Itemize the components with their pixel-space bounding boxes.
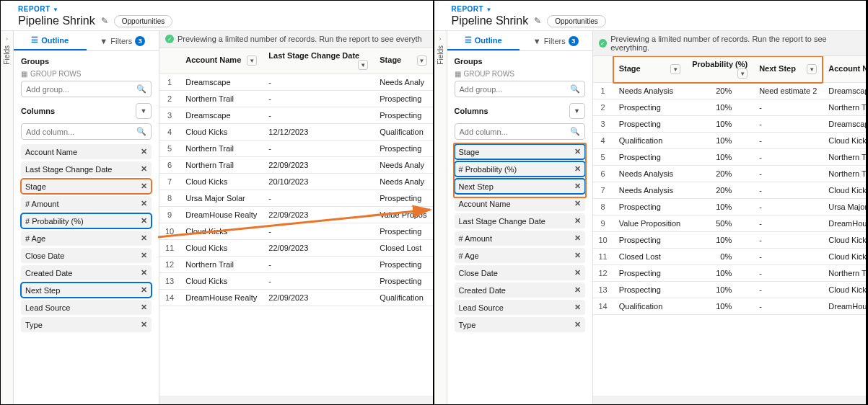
table-row[interactable]: 13Prospecting10%-Cloud Kicks (593, 282, 867, 298)
table-row[interactable]: 3Prospecting10%-Dreamscape (593, 116, 867, 133)
table-row[interactable]: 1Needs Analysis20%Need estimate 2Dreamsc… (593, 83, 867, 99)
remove-column-icon[interactable]: ✕ (574, 268, 581, 277)
column-header[interactable] (593, 56, 613, 83)
object-pill[interactable]: Opportunities (114, 15, 172, 27)
table-row[interactable]: 7Cloud Kicks20/10/2023Needs Analy (159, 174, 433, 190)
fields-vertical-tab[interactable]: › Fields (1, 31, 14, 404)
table-row[interactable]: 11Closed Lost0%-Cloud Kicks (593, 249, 867, 265)
column-item[interactable]: # Amount✕ (455, 231, 585, 246)
remove-column-icon[interactable]: ✕ (141, 182, 147, 191)
table-row[interactable]: 5Prospecting10%-Northern Trail (593, 149, 867, 166)
column-item[interactable]: Last Stage Change Date✕ (21, 161, 152, 177)
column-menu-icon[interactable]: ▼ (417, 55, 427, 66)
add-column-input[interactable]: 🔍 (455, 123, 585, 140)
column-menu-icon[interactable]: ▼ (247, 55, 257, 66)
column-item[interactable]: Close Date✕ (455, 265, 585, 280)
remove-column-icon[interactable]: ✕ (141, 320, 147, 329)
column-menu-icon[interactable]: ▼ (358, 60, 368, 70)
remove-column-icon[interactable]: ✕ (574, 164, 581, 174)
remove-column-icon[interactable]: ✕ (141, 147, 147, 156)
column-item[interactable]: Account Name✕ (21, 144, 152, 159)
remove-column-icon[interactable]: ✕ (141, 268, 147, 277)
column-menu-icon[interactable]: ▼ (807, 64, 817, 74)
column-item[interactable]: # Probability (%)✕ (455, 161, 585, 177)
table-row[interactable]: 10Cloud Kicks-Prospecting (159, 223, 433, 240)
column-item[interactable]: Next Step✕ (455, 179, 585, 194)
column-item[interactable]: Created Date✕ (455, 282, 585, 298)
column-menu-icon[interactable]: ▼ (670, 64, 680, 74)
column-item[interactable]: # Age✕ (455, 248, 585, 263)
table-row[interactable]: 11Cloud Kicks22/09/2023Closed Lost (159, 240, 433, 257)
table-row[interactable]: 6Needs Analysis20%-Northern Trail (593, 166, 867, 182)
table-row[interactable]: 12Prospecting10%-Northern Trail (593, 265, 867, 282)
column-item[interactable]: Last Stage Change Date✕ (455, 213, 585, 228)
remove-column-icon[interactable]: ✕ (141, 251, 147, 260)
remove-column-icon[interactable]: ✕ (574, 182, 581, 191)
remove-column-icon[interactable]: ✕ (141, 199, 147, 208)
remove-column-icon[interactable]: ✕ (141, 233, 147, 243)
columns-menu-button[interactable]: ▼ (136, 103, 152, 119)
table-row[interactable]: 9Value Proposition50%-DreamHouse Realty (593, 215, 867, 232)
add-group-input[interactable]: 🔍 (455, 81, 585, 97)
column-header[interactable]: Account Name▼ (180, 48, 263, 74)
column-item[interactable]: Account Name✕ (455, 196, 585, 211)
remove-column-icon[interactable]: ✕ (574, 147, 581, 156)
column-item[interactable]: Next Step✕ (21, 282, 152, 298)
report-breadcrumb[interactable]: REPORT ▼ (18, 5, 426, 13)
remove-column-icon[interactable]: ✕ (141, 164, 147, 174)
tab-outline[interactable]: ☰ Outline (14, 31, 87, 50)
tab-filters[interactable]: ▼ Filters 3 (520, 31, 592, 50)
remove-column-icon[interactable]: ✕ (574, 285, 581, 295)
fields-vertical-tab[interactable]: › Fields (434, 31, 447, 404)
column-header[interactable]: Last Stage Change Date▼ (263, 48, 374, 74)
horizontal-scrollbar[interactable] (159, 396, 433, 404)
add-group-input[interactable]: 🔍 (21, 81, 152, 97)
remove-column-icon[interactable]: ✕ (574, 233, 581, 243)
column-item[interactable]: Stage✕ (21, 179, 152, 194)
remove-column-icon[interactable]: ✕ (574, 199, 581, 208)
column-header[interactable] (159, 48, 180, 74)
edit-title-icon[interactable]: ✎ (534, 16, 541, 26)
table-row[interactable]: 14DreamHouse Realty22/09/2023Qualificati… (159, 290, 433, 306)
table-row[interactable]: 14Qualification10%-DreamHouse Realty (593, 298, 867, 315)
table-row[interactable]: 12Northern Trail-Prospecting (159, 257, 433, 273)
column-item[interactable]: Type✕ (455, 317, 585, 332)
table-row[interactable]: 7Needs Analysis20%-Cloud Kicks (593, 182, 867, 199)
column-header[interactable]: Probability (%)▼ (686, 56, 753, 83)
remove-column-icon[interactable]: ✕ (141, 216, 147, 226)
column-item[interactable]: # Probability (%)✕ (21, 213, 152, 228)
table-row[interactable]: 2Northern Trail-Prospecting (159, 91, 433, 107)
column-header[interactable]: Next Step▼ (753, 56, 823, 83)
table-row[interactable]: 2Prospecting10%-Northern Trail (593, 99, 867, 116)
add-column-input[interactable]: 🔍 (21, 123, 152, 140)
columns-menu-button[interactable]: ▼ (569, 103, 585, 119)
table-row[interactable]: 13Cloud Kicks-Prospecting (159, 273, 433, 290)
column-item[interactable]: Created Date✕ (21, 265, 152, 280)
column-item[interactable]: Close Date✕ (21, 248, 152, 263)
column-header[interactable]: Account Name▼ (823, 56, 866, 83)
remove-column-icon[interactable]: ✕ (574, 320, 581, 329)
horizontal-scrollbar[interactable] (593, 396, 867, 404)
table-row[interactable]: 1Dreamscape-Needs Analy (159, 74, 433, 91)
report-breadcrumb[interactable]: REPORT ▼ (452, 5, 859, 13)
tab-filters[interactable]: ▼ Filters 3 (87, 31, 159, 50)
object-pill[interactable]: Opportunities (547, 15, 605, 27)
column-header[interactable]: Stage▼ (374, 48, 432, 74)
table-row[interactable]: 4Qualification10%-Cloud Kicks (593, 133, 867, 149)
remove-column-icon[interactable]: ✕ (574, 251, 581, 260)
table-row[interactable]: 8Ursa Major Solar-Prospecting (159, 190, 433, 207)
table-row[interactable]: 3Dreamscape-Prospecting (159, 107, 433, 124)
edit-title-icon[interactable]: ✎ (101, 16, 108, 26)
remove-column-icon[interactable]: ✕ (574, 303, 581, 312)
column-header[interactable]: Stage▼ (613, 56, 686, 83)
column-item[interactable]: Type✕ (21, 317, 152, 332)
remove-column-icon[interactable]: ✕ (574, 216, 581, 226)
column-menu-icon[interactable]: ▼ (737, 68, 748, 79)
column-item[interactable]: Lead Source✕ (21, 300, 152, 315)
remove-column-icon[interactable]: ✕ (141, 285, 147, 295)
remove-column-icon[interactable]: ✕ (141, 303, 147, 312)
column-item[interactable]: # Amount✕ (21, 196, 152, 211)
column-item[interactable]: Lead Source✕ (455, 300, 585, 315)
column-item[interactable]: # Age✕ (21, 231, 152, 246)
tab-outline[interactable]: ☰ Outline (447, 31, 520, 50)
